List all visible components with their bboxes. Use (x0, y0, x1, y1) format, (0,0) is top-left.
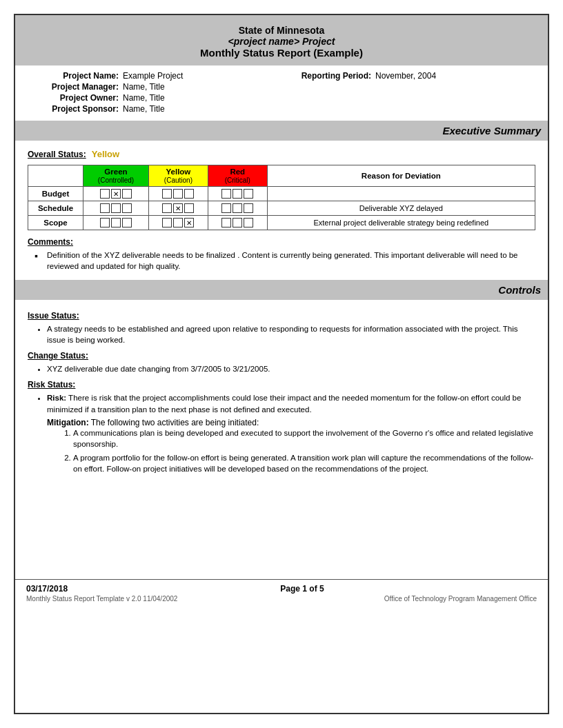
status-table: Green (Controlled) Yellow (Caution) Red … (28, 165, 535, 230)
footer-template-info: Monthly Status Report Template v 2.0 11/… (26, 595, 177, 603)
schedule-red-cells (208, 201, 267, 216)
schedule-green-cb1 (100, 203, 110, 213)
mitigation-intro: The following two activities are being i… (91, 418, 259, 427)
project-manager-row: Project Manager: Name, Title (29, 82, 282, 92)
schedule-green-cb3 (122, 203, 132, 213)
executive-summary-content: Overall Status: Yellow Green (Controlled… (15, 141, 548, 280)
project-owner-row: Project Owner: Name, Title (29, 93, 282, 103)
budget-red-cb1 (221, 189, 231, 199)
schedule-red-cb2 (233, 203, 242, 213)
scope-red-cb1 (221, 218, 231, 228)
overall-status-row: Overall Status: Yellow (28, 149, 535, 159)
overall-status-value: Yellow (92, 149, 119, 159)
project-manager-value: Name, Title (123, 82, 165, 92)
risk-item-1: Risk: There is risk that the project acc… (47, 392, 535, 414)
change-list: XYZ deliverable due date changing from 3… (47, 363, 535, 374)
footer-office: Office of Technology Program Management … (384, 595, 537, 603)
reporting-period-label: Reporting Period: (282, 71, 371, 81)
status-table-empty-header (28, 165, 83, 187)
schedule-yellow-cb2 (173, 203, 183, 213)
col-yellow-header: Yellow (Caution) (148, 165, 208, 187)
scope-yellow-cells (148, 216, 208, 230)
risk-status-label: Risk Status: (28, 380, 535, 390)
issue-status-label: Issue Status: (28, 311, 535, 321)
budget-reason (267, 187, 535, 201)
project-name-row: Project Name: Example Project (29, 71, 282, 81)
page-footer: 03/17/2018 Page 1 of 5 Monthly Status Re… (15, 579, 548, 605)
controls-title: Controls (498, 284, 541, 296)
schedule-green-cb2 (111, 203, 121, 213)
budget-red-cb3 (244, 189, 253, 199)
footer-date: 03/17/2018 (26, 584, 68, 594)
issue-list: A strategy needs to be established and a… (47, 323, 535, 345)
budget-red-cb2 (233, 189, 242, 199)
schedule-yellow-cells (148, 201, 208, 216)
scope-green-cells (83, 216, 149, 230)
footer-page: Page 1 of 5 (280, 584, 324, 594)
mitigation-label: Mitigation: (47, 418, 89, 427)
mitigation-item-2: A program portfolio for the follow-on ef… (73, 452, 535, 474)
project-name-label: Project Name: (29, 71, 119, 81)
schedule-green-cells (83, 201, 149, 216)
project-owner-value: Name, Title (123, 93, 165, 103)
scope-red-cb3 (244, 218, 253, 228)
table-row-schedule: Schedule (28, 201, 535, 216)
risk-list: Risk: There is risk that the project acc… (47, 392, 535, 414)
schedule-red-cb1 (221, 203, 231, 213)
scope-green-cb1 (100, 218, 110, 228)
footer-top: 03/17/2018 Page 1 of 5 (26, 584, 537, 594)
scope-label: Scope (28, 216, 83, 230)
col-red-header: Red (Critical) (208, 165, 267, 187)
mitigation-list: A communications plan is being developed… (73, 427, 535, 474)
footer-bottom: Monthly Status Report Template v 2.0 11/… (26, 595, 537, 603)
executive-summary-header: Executive Summary (15, 121, 548, 141)
scope-reason: External project deliverable strategy be… (267, 216, 535, 230)
budget-red-cells (208, 187, 267, 201)
header-line3: Monthly Status Report (Example) (22, 47, 541, 59)
comments-list: Definition of the XYZ deliverable needs … (34, 250, 535, 272)
schedule-red-cb3 (244, 203, 253, 213)
schedule-label: Schedule (28, 201, 83, 216)
table-row-budget: Budget (28, 187, 535, 201)
table-row-scope: Scope (28, 216, 535, 230)
issue-item-1: A strategy needs to be established and a… (47, 323, 535, 345)
scope-green-cb3 (122, 218, 132, 228)
controls-content: Issue Status: A strategy needs to be est… (15, 300, 548, 483)
budget-green-cb3 (122, 189, 132, 199)
project-info: Project Name: Example Project Project Ma… (15, 65, 548, 121)
budget-yellow-cb2 (173, 189, 183, 199)
schedule-yellow-cb1 (162, 203, 172, 213)
project-owner-label: Project Owner: (29, 93, 119, 103)
scope-red-cb2 (233, 218, 242, 228)
col-reason-header: Reason for Deviation (267, 165, 535, 187)
header-line1: State of Minnesota (22, 25, 541, 36)
reporting-period-row: Reporting Period: November, 2004 (282, 71, 534, 81)
budget-yellow-cb1 (162, 189, 172, 199)
project-sponsor-label: Project Sponsor: (29, 104, 119, 114)
scope-red-cells (208, 216, 267, 230)
schedule-yellow-cb3 (184, 203, 194, 213)
project-manager-label: Project Manager: (29, 82, 119, 92)
header-line2: <project name> Project (22, 36, 541, 47)
schedule-reason: Deliverable XYZ delayed (267, 201, 535, 216)
scope-yellow-cb2 (173, 218, 183, 228)
project-sponsor-row: Project Sponsor: Name, Title (29, 104, 282, 114)
project-name-value: Example Project (123, 71, 183, 81)
mitigation-item-1: A communications plan is being developed… (73, 427, 535, 449)
col-green-header: Green (Controlled) (83, 165, 149, 187)
budget-green-cb2 (111, 189, 121, 199)
budget-yellow-cb3 (184, 189, 194, 199)
comments-label: Comments: (28, 237, 535, 247)
overall-status-label: Overall Status: (28, 150, 86, 159)
budget-label: Budget (28, 187, 83, 201)
scope-yellow-cb3 (184, 218, 194, 228)
controls-header: Controls (15, 280, 548, 300)
page-header: State of Minnesota <project name> Projec… (15, 15, 548, 65)
project-sponsor-value: Name, Title (123, 104, 165, 114)
scope-yellow-cb1 (162, 218, 172, 228)
budget-green-cells (83, 187, 149, 201)
change-status-label: Change Status: (28, 351, 535, 361)
executive-summary-title: Executive Summary (442, 125, 541, 136)
budget-yellow-cells (148, 187, 208, 201)
mitigation-block: Mitigation: The following two activities… (47, 418, 535, 474)
